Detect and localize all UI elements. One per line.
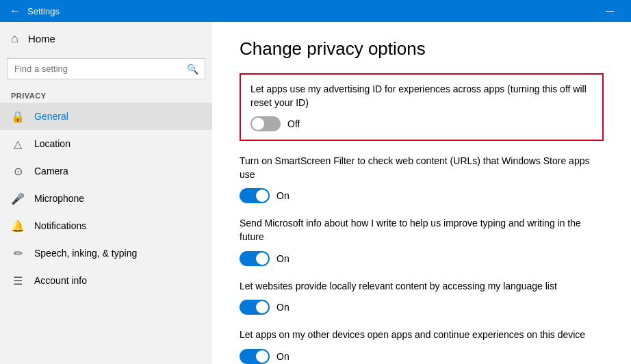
setting-text-advertising-id: Let apps use my advertising ID for exper…: [250, 83, 593, 109]
notifications-icon: 🔔: [11, 219, 25, 233]
toggle-label-typing-info: On: [276, 253, 289, 264]
search-box: 🔍: [7, 58, 205, 79]
setting-text-smartscreen: Turn on SmartScreen Filter to check web …: [240, 155, 604, 181]
toggle-advertising-id[interactable]: [250, 116, 281, 131]
account-info-icon: ☰: [11, 274, 25, 287]
toggle-label-smartscreen: On: [276, 190, 289, 201]
sidebar-item-label-notifications: Notifications: [34, 220, 86, 231]
sidebar: ⌂ Home 🔍 Privacy 🔒 General △ Location ⊙ …: [0, 22, 212, 364]
sidebar-item-notifications[interactable]: 🔔 Notifications: [0, 212, 212, 239]
app-title: Settings: [27, 6, 594, 16]
sidebar-item-label-camera: Camera: [34, 166, 68, 177]
toggle-language-list[interactable]: [240, 300, 270, 315]
sidebar-item-label-account-info: Account info: [34, 275, 87, 286]
toggle-typing-info[interactable]: [240, 251, 270, 266]
sidebar-home[interactable]: ⌂ Home: [0, 22, 212, 55]
setting-language-list: Let websites provide locally relevant co…: [240, 280, 604, 315]
home-label: Home: [28, 33, 55, 44]
search-input[interactable]: [7, 58, 205, 79]
sidebar-item-label-microphone: Microphone: [34, 193, 84, 204]
sidebar-item-camera[interactable]: ⊙ Camera: [0, 157, 212, 185]
main-layout: ⌂ Home 🔍 Privacy 🔒 General △ Location ⊙ …: [0, 22, 631, 364]
toggle-smartscreen[interactable]: [240, 188, 270, 203]
toggle-row-other-devices: On: [240, 349, 604, 364]
page-title: Change privacy options: [240, 38, 604, 60]
toggle-row-smartscreen: On: [240, 188, 604, 203]
speech-icon: ✏: [11, 246, 25, 260]
sidebar-item-label-speech: Speech, inking, & typing: [34, 248, 137, 259]
sidebar-item-label-location: Location: [34, 138, 70, 149]
toggle-row-language-list: On: [240, 300, 604, 315]
general-icon: 🔒: [11, 109, 25, 123]
sidebar-section-label: Privacy: [0, 88, 212, 103]
content-area: Change privacy options Let apps use my a…: [212, 22, 631, 364]
setting-other-devices: Let apps on my other devices open apps a…: [240, 328, 604, 364]
search-icon: 🔍: [187, 64, 198, 75]
toggle-other-devices[interactable]: [240, 349, 270, 364]
setting-text-typing-info: Send Microsoft info about how I write to…: [240, 217, 604, 244]
sidebar-item-microphone[interactable]: 🎤 Microphone: [0, 185, 212, 212]
toggle-label-other-devices: On: [276, 351, 289, 362]
window-controls: —: [594, 0, 626, 22]
title-bar: ← Settings —: [0, 0, 631, 22]
location-icon: △: [11, 137, 25, 151]
setting-advertising-id: Let apps use my advertising ID for exper…: [240, 73, 604, 141]
toggle-label-language-list: On: [276, 302, 289, 313]
setting-smartscreen: Turn on SmartScreen Filter to check web …: [240, 155, 604, 203]
toggle-row-advertising-id: Off: [250, 116, 593, 131]
sidebar-item-general[interactable]: 🔒 General: [0, 103, 212, 130]
sidebar-item-speech[interactable]: ✏ Speech, inking, & typing: [0, 239, 212, 267]
microphone-icon: 🎤: [11, 192, 25, 205]
camera-icon: ⊙: [11, 164, 25, 178]
setting-text-other-devices: Let apps on my other devices open apps a…: [240, 328, 604, 342]
sidebar-item-label-general: General: [34, 111, 68, 122]
minimize-button[interactable]: —: [594, 0, 626, 22]
setting-text-language-list: Let websites provide locally relevant co…: [240, 280, 604, 294]
toggle-label-advertising-id: Off: [287, 118, 300, 129]
sidebar-item-account-info[interactable]: ☰ Account info: [0, 267, 212, 294]
back-button[interactable]: ←: [5, 1, 25, 21]
setting-typing-info: Send Microsoft info about how I write to…: [240, 217, 604, 265]
toggle-row-typing-info: On: [240, 251, 604, 266]
sidebar-item-location[interactable]: △ Location: [0, 130, 212, 157]
home-icon: ⌂: [11, 31, 18, 46]
